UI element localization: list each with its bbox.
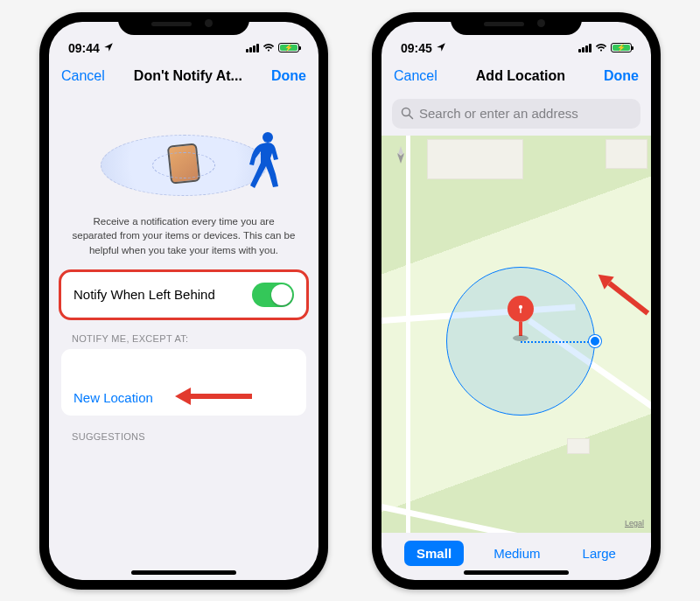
- nav-bar: Cancel Add Location Done: [382, 57, 651, 95]
- map-building: [606, 139, 648, 169]
- new-location-button[interactable]: New Location: [74, 390, 153, 405]
- radius-circle: [446, 267, 595, 416]
- done-button[interactable]: Done: [271, 68, 306, 84]
- toggle-label: Notify When Left Behind: [74, 287, 215, 302]
- search-icon: [401, 107, 414, 120]
- battery-icon: ⚡: [278, 43, 299, 52]
- notify-toggle[interactable]: [252, 283, 294, 307]
- map-pin[interactable]: [508, 296, 534, 341]
- svg-point-1: [402, 108, 410, 116]
- page-title: Don't Notify At...: [134, 68, 242, 84]
- pin-icon: [508, 296, 534, 322]
- nav-bar: Cancel Don't Notify At... Done: [49, 57, 318, 95]
- description-text: Receive a notification every time you ar…: [61, 209, 306, 272]
- except-locations-group: New Location: [61, 349, 306, 416]
- notch: [118, 12, 249, 35]
- section-suggestions-label: SUGGESTIONS: [61, 416, 306, 447]
- status-time: 09:45: [401, 41, 432, 55]
- walking-person-icon: [245, 130, 285, 195]
- notch: [451, 12, 582, 35]
- device-icon: [167, 143, 200, 184]
- radius-handle[interactable]: [589, 335, 601, 347]
- phone-left: 09:44 ⚡ Cancel Don't Notify At... Done: [39, 12, 328, 590]
- annotation-arrow: [175, 388, 252, 405]
- svg-point-0: [262, 132, 273, 143]
- svg-rect-6: [520, 308, 521, 313]
- cellular-icon: [578, 44, 592, 52]
- svg-line-2: [410, 115, 413, 119]
- battery-icon: ⚡: [611, 43, 632, 52]
- done-button[interactable]: Done: [604, 68, 639, 84]
- map-legal-link[interactable]: Legal: [625, 519, 644, 528]
- map-view[interactable]: Legal: [382, 136, 651, 533]
- wifi-icon: [595, 41, 607, 55]
- search-input[interactable]: Search or enter an address: [392, 99, 640, 129]
- home-indicator[interactable]: [464, 570, 569, 575]
- annotation-arrow: [593, 268, 651, 319]
- illustration: [61, 95, 306, 209]
- size-small-button[interactable]: Small: [404, 541, 464, 566]
- screen-notify-settings: 09:44 ⚡ Cancel Don't Notify At... Done: [49, 22, 318, 580]
- location-icon: [103, 41, 114, 55]
- cellular-icon: [246, 44, 259, 52]
- status-time: 09:44: [68, 41, 100, 55]
- page-title: Add Location: [476, 68, 565, 84]
- section-except-label: NOTIFY ME, EXCEPT AT:: [61, 318, 306, 349]
- map-building: [567, 438, 590, 454]
- cancel-button[interactable]: Cancel: [61, 68, 105, 84]
- wifi-icon: [262, 41, 275, 55]
- cancel-button[interactable]: Cancel: [394, 68, 438, 84]
- size-medium-button[interactable]: Medium: [481, 541, 552, 566]
- map-road: [406, 136, 410, 533]
- radius-line: [521, 341, 596, 343]
- location-icon: [436, 41, 446, 55]
- phone-right: 09:45 ⚡ Cancel Add Location Done: [372, 12, 661, 590]
- home-indicator[interactable]: [131, 570, 236, 575]
- map-building: [427, 139, 523, 179]
- size-large-button[interactable]: Large: [570, 541, 628, 566]
- svg-marker-4: [397, 153, 404, 164]
- notify-left-behind-row: Notify When Left Behind: [61, 272, 306, 318]
- search-placeholder: Search or enter an address: [419, 106, 578, 121]
- screen-add-location: 09:45 ⚡ Cancel Add Location Done: [382, 22, 651, 580]
